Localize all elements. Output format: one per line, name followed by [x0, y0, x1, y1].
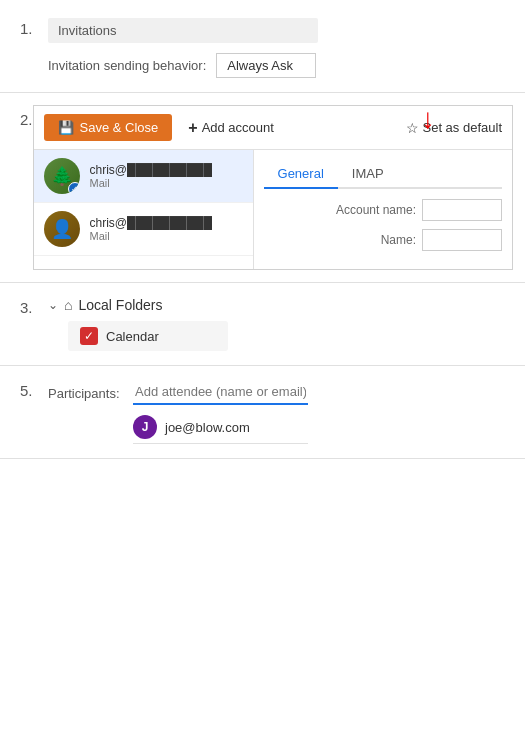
account-type-2: Mail [90, 230, 213, 242]
participants-right: J joe@blow.com [133, 380, 308, 444]
section-participants: 5. Participants: J joe@blow.com [0, 366, 525, 459]
avatar-badge-1: ✓ [68, 182, 80, 194]
calendar-checkbox[interactable]: ✓ [80, 327, 98, 345]
section-account-management: 2. 💾 Save & Close + Add account ☆ Set as… [0, 93, 525, 283]
account-name-input[interactable] [422, 199, 502, 221]
add-attendee-input[interactable] [133, 380, 308, 405]
account-toolbar: 💾 Save & Close + Add account ☆ Set as de… [34, 106, 512, 150]
tab-imap[interactable]: IMAP [338, 160, 398, 189]
invitation-label: Invitation sending behavior: [48, 58, 206, 73]
account-detail-panel: General IMAP Account name: Name: [254, 150, 512, 269]
avatar-1: 🌲 ✓ [44, 158, 80, 194]
home-icon: ⌂ [64, 297, 72, 313]
attendee-avatar-joe: J [133, 415, 157, 439]
save-icon: 💾 [58, 120, 74, 135]
account-name-field: Account name: [264, 199, 502, 221]
participants-row: Participants: J joe@blow.com [48, 380, 308, 444]
star-icon: ☆ [406, 120, 419, 136]
tab-general[interactable]: General [264, 160, 338, 189]
accounts-list: 🌲 ✓ chris@██████████ Mail 👤 [34, 150, 254, 269]
plus-icon: + [188, 119, 197, 137]
account-management-panel: 💾 Save & Close + Add account ☆ Set as de… [33, 105, 513, 270]
attendee-chip-joe: J joe@blow.com [133, 411, 308, 444]
section-number-1: 1. [20, 18, 48, 37]
attendee-email-joe: joe@blow.com [165, 420, 250, 435]
name-input[interactable] [422, 229, 502, 251]
save-close-button[interactable]: 💾 Save & Close [44, 114, 173, 141]
account-name-label: Account name: [336, 203, 416, 217]
local-folders-content: ⌄ ⌂ Local Folders ✓ Calendar [48, 297, 228, 351]
calendar-label: Calendar [106, 329, 159, 344]
section-local-folders: 3. ⌄ ⌂ Local Folders ✓ Calendar [0, 283, 525, 366]
section-number-5: 5. [20, 380, 48, 399]
account-item-2[interactable]: 👤 chris@██████████ Mail [34, 203, 253, 256]
local-folders-row: ⌄ ⌂ Local Folders [48, 297, 228, 313]
participants-label: Participants: [48, 380, 123, 401]
invitation-row: Invitation sending behavior: Always Ask [48, 53, 505, 78]
section-1-content: Invitations Invitation sending behavior:… [48, 18, 505, 78]
avatar-2: 👤 [44, 211, 80, 247]
local-folders-label: Local Folders [78, 297, 162, 313]
name-field: Name: [264, 229, 502, 251]
account-email-1: chris@██████████ [90, 163, 213, 177]
section-number-2: 2. [0, 93, 33, 282]
set-default-button[interactable]: ☆ Set as default [406, 120, 503, 136]
account-type-1: Mail [90, 177, 213, 189]
invitations-title: Invitations [48, 18, 318, 43]
name-label: Name: [381, 233, 416, 247]
account-info-2: chris@██████████ Mail [90, 216, 213, 242]
invitation-value[interactable]: Always Ask [216, 53, 316, 78]
calendar-item[interactable]: ✓ Calendar [68, 321, 228, 351]
section-number-3: 3. [20, 297, 48, 316]
add-account-button[interactable]: + Add account [188, 119, 274, 137]
account-item-1[interactable]: 🌲 ✓ chris@██████████ Mail [34, 150, 253, 203]
detail-tabs: General IMAP [264, 160, 502, 189]
accounts-panel: 🌲 ✓ chris@██████████ Mail 👤 [34, 150, 512, 269]
account-email-2: chris@██████████ [90, 216, 213, 230]
section-invitations: 1. Invitations Invitation sending behavi… [0, 0, 525, 93]
account-info-1: chris@██████████ Mail [90, 163, 213, 189]
chevron-down-icon: ⌄ [48, 298, 58, 312]
